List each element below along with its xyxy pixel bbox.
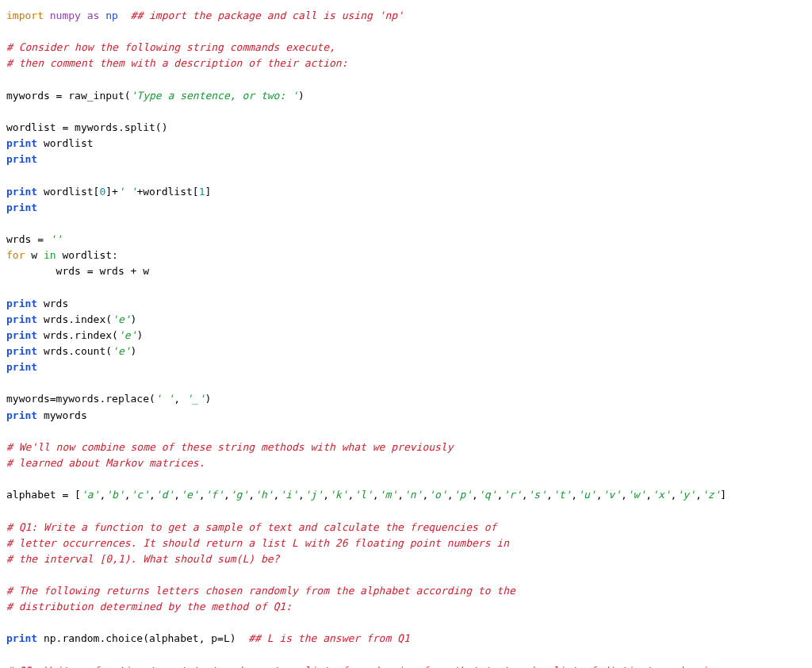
code-wrds-concat: wrds = wrds + w bbox=[6, 265, 149, 277]
comment-rand-b: # distribution determined by the method … bbox=[6, 601, 292, 612]
comma: , bbox=[373, 489, 379, 501]
comma: , bbox=[248, 489, 255, 501]
comma: , bbox=[546, 489, 553, 501]
string-e: 'e' bbox=[118, 329, 136, 341]
loop-var-w: w bbox=[25, 249, 43, 261]
string-space-concat: ' ' bbox=[118, 186, 136, 198]
alphabet-letter: 'p' bbox=[454, 489, 472, 501]
code-wordlist-idx0-l: wordlist[ bbox=[44, 186, 99, 198]
comment-q1c: # the interval [0,1). What should sum(L)… bbox=[6, 553, 279, 565]
close-paren: ) bbox=[205, 393, 211, 405]
code-mywords-rawinput: mywords = raw_input( bbox=[6, 90, 131, 102]
alphabet-letter: 'o' bbox=[428, 489, 446, 501]
code-wrds-eq: wrds = bbox=[6, 233, 50, 245]
bracket-close: ] bbox=[205, 186, 212, 198]
kw-print: print bbox=[6, 313, 37, 325]
kw-print: print bbox=[6, 298, 37, 309]
ident-wordlist: wordlist bbox=[44, 137, 94, 149]
kw-print: print bbox=[6, 632, 37, 644]
alphabet-letter: 'v' bbox=[602, 489, 620, 501]
alphabet-letter: 'e' bbox=[180, 489, 198, 501]
alphabet-letter: 'h' bbox=[255, 489, 273, 501]
kw-import: import bbox=[6, 10, 44, 21]
comment-rand-a: # The following returns letters chosen r… bbox=[6, 585, 515, 597]
code-wrds-index: wrds.index( bbox=[44, 313, 112, 325]
alphabet-letter: 'q' bbox=[478, 489, 496, 501]
alphabet-letter: 'n' bbox=[404, 489, 422, 501]
close-paren: ) bbox=[131, 345, 137, 357]
close-paren: ) bbox=[298, 90, 304, 102]
kw-print: print bbox=[6, 153, 37, 165]
code-plus-wordlist-l: +wordlist[ bbox=[136, 186, 198, 198]
comma: , bbox=[149, 489, 155, 501]
comma: , bbox=[174, 393, 186, 405]
string-e: 'e' bbox=[112, 313, 130, 325]
string-underscore: '_' bbox=[186, 393, 205, 405]
code-alphabet-r: ] bbox=[720, 489, 726, 501]
comment-L-answer: ## L is the answer from Q1 bbox=[248, 632, 410, 644]
alias-np: np bbox=[105, 10, 118, 21]
kw-in: in bbox=[44, 249, 56, 261]
ident-wrds: wrds bbox=[44, 298, 68, 309]
code-replace-l: mywords=mywords.replace( bbox=[6, 393, 155, 405]
kw-print: print bbox=[6, 137, 37, 149]
string-prompt: 'Type a sentence, or two: ' bbox=[131, 90, 298, 102]
comment-1: # Consider how the following string comm… bbox=[6, 41, 335, 53]
string-e: 'e' bbox=[112, 345, 130, 357]
alphabet-letter: 'u' bbox=[577, 489, 596, 501]
comma: , bbox=[472, 489, 478, 501]
kw-as: as bbox=[87, 10, 100, 21]
alphabet-letter: 'z' bbox=[702, 489, 720, 501]
comment-q1b: # letter occurrences. It should return a… bbox=[6, 537, 509, 549]
comment-q2: # Q2: Write a function to get text and c… bbox=[6, 665, 726, 668]
kw-print: print bbox=[6, 409, 37, 421]
kw-print: print bbox=[6, 202, 37, 213]
string-empty: '' bbox=[50, 233, 63, 245]
module-numpy: numpy bbox=[50, 10, 81, 21]
alphabet-letter: 'x' bbox=[652, 489, 670, 501]
alphabet-letter: 'c' bbox=[131, 489, 149, 501]
code-wrds-rindex: wrds.rindex( bbox=[44, 329, 118, 341]
code-np-random-choice: np.random.choice(alphabet, p=L) bbox=[44, 632, 248, 644]
comma: , bbox=[298, 489, 304, 501]
alphabet-letter: 's' bbox=[528, 489, 546, 501]
alphabet-letter: 'd' bbox=[155, 489, 174, 501]
alphabet-letter: 'y' bbox=[676, 489, 695, 501]
comment-2: # then comment them with a description o… bbox=[6, 57, 347, 69]
alphabet-letter: 'k' bbox=[329, 489, 347, 501]
comma: , bbox=[224, 489, 230, 501]
alphabet-letter: 'f' bbox=[205, 489, 223, 501]
num-1: 1 bbox=[199, 186, 205, 198]
ident-mywords: mywords bbox=[44, 409, 87, 421]
comma: , bbox=[174, 489, 180, 501]
close-paren: ) bbox=[131, 313, 137, 325]
alphabet-list: 'a','b','c','d','e','f','g','h','i','j',… bbox=[81, 489, 720, 501]
alphabet-letter: 'l' bbox=[354, 489, 372, 501]
string-space: ' ' bbox=[155, 393, 174, 405]
comma: , bbox=[695, 489, 702, 501]
alphabet-letter: 'a' bbox=[81, 489, 99, 501]
comma: , bbox=[571, 489, 577, 501]
alphabet-letter: 'g' bbox=[230, 489, 248, 501]
kw-for: for bbox=[6, 249, 25, 261]
alphabet-letter: 't' bbox=[553, 489, 571, 501]
close-paren: ) bbox=[136, 329, 143, 341]
alphabet-letter: 'b' bbox=[105, 489, 124, 501]
comma: , bbox=[621, 489, 627, 501]
kw-print: print bbox=[6, 186, 37, 198]
comma: , bbox=[645, 489, 652, 501]
kw-print: print bbox=[6, 361, 37, 373]
comma: , bbox=[447, 489, 454, 501]
comma: , bbox=[522, 489, 528, 501]
alphabet-letter: 'j' bbox=[304, 489, 323, 501]
code-wrds-count: wrds.count( bbox=[44, 345, 112, 357]
comma: , bbox=[397, 489, 404, 501]
comment-3: # We'll now combine some of these string… bbox=[6, 441, 454, 453]
kw-print: print bbox=[6, 329, 37, 341]
alphabet-letter: 'w' bbox=[627, 489, 645, 501]
comment-q1a: # Q1: Write a function to get a sample o… bbox=[6, 521, 496, 533]
alphabet-letter: 'm' bbox=[379, 489, 397, 501]
comma: , bbox=[323, 489, 329, 501]
kw-print: print bbox=[6, 345, 37, 357]
code-alphabet-l: alphabet = [ bbox=[6, 489, 81, 501]
